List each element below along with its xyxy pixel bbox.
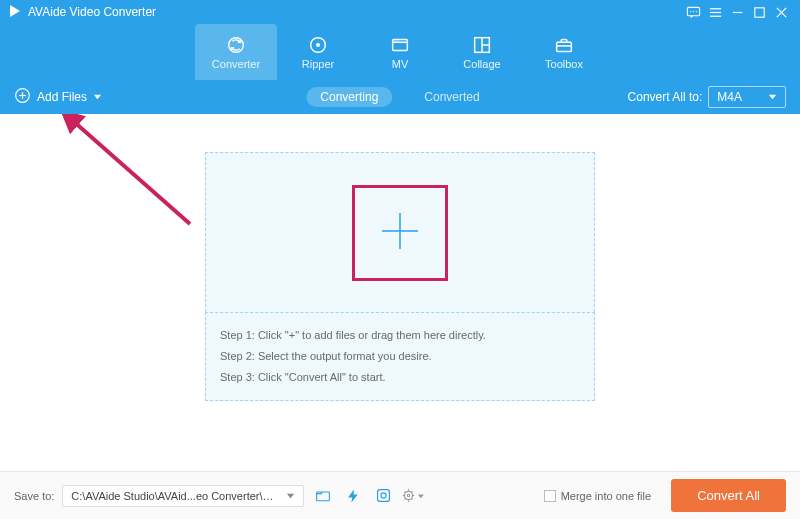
- convert-all-to-label: Convert All to:: [628, 90, 703, 104]
- title-bar: AVAide Video Converter: [0, 0, 800, 24]
- tab-mv[interactable]: MV: [359, 24, 441, 80]
- convert-all-button[interactable]: Convert All: [671, 479, 786, 512]
- caret-down-icon: [286, 490, 295, 502]
- tab-label: Ripper: [302, 58, 334, 70]
- close-icon[interactable]: [770, 1, 792, 23]
- drop-zone: Step 1: Click "+" to add files or drag t…: [205, 152, 595, 401]
- converted-pill[interactable]: Converted: [410, 87, 493, 107]
- maximize-icon[interactable]: [748, 1, 770, 23]
- add-files-label: Add Files: [37, 90, 87, 104]
- svg-marker-35: [349, 489, 359, 502]
- add-files-button[interactable]: Add Files: [14, 87, 102, 107]
- tab-toolbox[interactable]: Toolbox: [523, 24, 605, 80]
- svg-point-38: [405, 491, 413, 499]
- svg-marker-28: [769, 95, 776, 100]
- tab-collage[interactable]: Collage: [441, 24, 523, 80]
- save-path-dropdown[interactable]: C:\AVAide Studio\AVAid...eo Converter\Co…: [62, 485, 304, 507]
- svg-line-32: [72, 120, 190, 224]
- svg-rect-22: [557, 42, 572, 51]
- annotation-arrow: [40, 114, 220, 247]
- tab-label: Converter: [212, 58, 260, 70]
- caret-down-icon: [93, 90, 102, 104]
- svg-point-14: [316, 42, 320, 46]
- step-1-text: Step 1: Click "+" to add files or drag t…: [220, 325, 580, 346]
- svg-marker-27: [94, 95, 101, 100]
- output-format-value: M4A: [717, 90, 742, 104]
- minimize-icon[interactable]: [726, 1, 748, 23]
- main-area: Step 1: Click "+" to add files or drag t…: [0, 114, 800, 471]
- app-logo-icon: [8, 4, 22, 21]
- sub-toolbar: Add Files Converting Converted Convert A…: [0, 80, 800, 114]
- step-3-text: Step 3: Click "Convert All" to start.: [220, 367, 580, 388]
- svg-rect-9: [754, 7, 763, 16]
- settings-icon[interactable]: [402, 485, 424, 507]
- svg-point-3: [692, 10, 693, 11]
- plus-circle-icon: [14, 87, 31, 107]
- svg-point-39: [408, 494, 410, 496]
- app-title: AVAide Video Converter: [28, 5, 156, 19]
- bottom-bar: Save to: C:\AVAide Studio\AVAid...eo Con…: [0, 471, 800, 519]
- merge-into-one-file[interactable]: Merge into one file: [544, 490, 652, 502]
- save-to-label: Save to:: [14, 490, 54, 502]
- svg-point-4: [695, 10, 696, 11]
- header: Converter Ripper MV Collage Toolbox: [0, 24, 800, 80]
- gpu-accel-icon[interactable]: [372, 485, 394, 507]
- svg-marker-33: [287, 493, 294, 498]
- mv-icon: [389, 35, 411, 55]
- drop-zone-top[interactable]: [205, 152, 595, 312]
- feedback-icon[interactable]: [682, 1, 704, 23]
- toolbox-icon: [553, 35, 575, 55]
- menu-icon[interactable]: [704, 1, 726, 23]
- collage-icon: [471, 35, 493, 55]
- tab-label: MV: [392, 58, 409, 70]
- open-folder-icon[interactable]: [312, 485, 334, 507]
- add-files-hitbox[interactable]: [352, 185, 448, 281]
- svg-marker-0: [10, 5, 20, 17]
- merge-label: Merge into one file: [561, 490, 652, 502]
- converting-pill[interactable]: Converting: [306, 87, 392, 107]
- tab-label: Toolbox: [545, 58, 583, 70]
- header-tabs: Converter Ripper MV Collage Toolbox: [195, 24, 605, 80]
- ripper-icon: [307, 35, 329, 55]
- tab-label: Collage: [463, 58, 500, 70]
- drop-zone-steps: Step 1: Click "+" to add files or drag t…: [205, 312, 595, 401]
- output-format-dropdown[interactable]: M4A: [708, 86, 786, 108]
- svg-marker-40: [417, 494, 423, 498]
- svg-point-17: [395, 40, 396, 41]
- svg-point-2: [690, 10, 691, 11]
- tab-ripper[interactable]: Ripper: [277, 24, 359, 80]
- merge-checkbox[interactable]: [544, 490, 556, 502]
- converter-icon: [225, 35, 247, 55]
- high-speed-icon[interactable]: [342, 485, 364, 507]
- plus-icon: [376, 207, 424, 258]
- svg-point-18: [398, 40, 399, 41]
- save-path-value: C:\AVAide Studio\AVAid...eo Converter\Co…: [71, 490, 281, 502]
- tab-converter[interactable]: Converter: [195, 24, 277, 80]
- svg-rect-15: [393, 39, 408, 50]
- svg-rect-36: [377, 490, 389, 502]
- svg-point-37: [381, 493, 386, 498]
- step-2-text: Step 2: Select the output format you des…: [220, 346, 580, 367]
- caret-down-icon: [768, 90, 777, 104]
